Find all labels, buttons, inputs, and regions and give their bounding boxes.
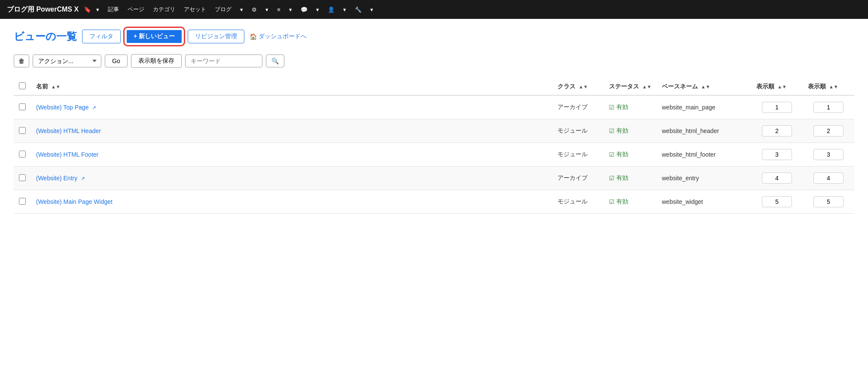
nav-assets[interactable]: アセット [180, 4, 210, 15]
data-table: 名前 ▲▼ クラス ▲▼ ステータス ▲▼ ベースネーム ▲▼ 表示順 ▲▼ 表… [14, 78, 854, 214]
row-name-link[interactable]: (Website) HTML Header [36, 127, 101, 134]
revision-button[interactable]: リビジョン管理 [188, 30, 244, 43]
status-sort-arrows[interactable]: ▲▼ [642, 84, 652, 89]
order2-input[interactable] [813, 196, 844, 207]
status-badge: 有効 [616, 198, 628, 206]
external-link-icon[interactable]: ↗ [90, 105, 96, 111]
nav-categories[interactable]: カテゴリ [149, 4, 179, 15]
table-row: (Website) Main Page Widgetモジュール☑有効websit… [14, 190, 854, 214]
status-badge: 有効 [616, 127, 628, 135]
header-basename: ベースネーム ▲▼ [657, 78, 751, 95]
row-basename: website_main_page [657, 95, 751, 119]
nav-chat-dropdown[interactable]: ▾ [313, 5, 323, 15]
status-check-icon: ☑ [609, 104, 615, 111]
page-title: ビューの一覧 [14, 30, 77, 43]
nav-settings-icon[interactable]: ⚙ [248, 5, 260, 15]
row-class: モジュール [552, 143, 604, 167]
row-status: ☑有効 [604, 167, 657, 190]
dashboard-label: ダッシュボードへ [259, 33, 307, 40]
row-basename: website_widget [657, 190, 751, 214]
row-checkbox[interactable] [19, 151, 26, 158]
header-name: 名前 ▲▼ [31, 78, 552, 95]
toolbar: 🗑 アクション... Go 表示順を保存 🔍 [14, 54, 854, 68]
header-order2: 表示順 ▲▼ [803, 78, 854, 95]
row-name-link[interactable]: (Website) Main Page Widget [36, 198, 113, 205]
search-input[interactable] [185, 55, 262, 67]
order2-input[interactable] [813, 149, 844, 160]
order2-input[interactable] [813, 125, 844, 136]
page-header: ビューの一覧 フィルタ + 新しいビュー リビジョン管理 🏠 ダッシュボードへ [14, 29, 854, 44]
row-status: ☑有効 [604, 119, 657, 143]
order2-input[interactable] [813, 102, 844, 113]
table-row: (Website) HTML Footerモジュール☑有効website_htm… [14, 143, 854, 167]
table-row: (Website) Entry ↗アーカイブ☑有効website_entry [14, 167, 854, 190]
row-checkbox[interactable] [19, 127, 26, 134]
name-sort-arrows[interactable]: ▲▼ [51, 84, 61, 89]
order1-input[interactable] [762, 196, 792, 207]
row-checkbox[interactable] [19, 103, 26, 110]
table-row: (Website) HTML Headerモジュール☑有効website_htm… [14, 119, 854, 143]
nav-stack-icon[interactable]: ≡ [274, 5, 284, 15]
row-name-link[interactable]: (Website) Entry [36, 175, 77, 182]
search-button[interactable]: 🔍 [266, 55, 284, 67]
status-check-icon: ☑ [609, 127, 615, 134]
row-checkbox[interactable] [19, 174, 26, 181]
select-all-checkbox[interactable] [19, 82, 26, 89]
nav-wrench-icon[interactable]: 🔧 [351, 5, 365, 15]
nav-articles[interactable]: 記事 [104, 4, 122, 15]
header-order1: 表示順 ▲▼ [751, 78, 803, 95]
row-class: アーカイブ [552, 95, 604, 119]
row-basename: website_entry [657, 167, 751, 190]
nav-blog-dropdown[interactable]: ▾ [237, 5, 247, 15]
row-status: ☑有効 [604, 95, 657, 119]
order1-input[interactable] [762, 173, 792, 184]
order1-input[interactable] [762, 149, 792, 160]
go-button[interactable]: Go [105, 55, 128, 67]
bookmark-icon: 🔖 [84, 6, 91, 13]
nav-user-icon[interactable]: 👤 [324, 5, 338, 15]
nav-chat-icon[interactable]: 💬 [297, 5, 311, 15]
new-view-button[interactable]: + 新しいビュー [126, 29, 183, 44]
row-status: ☑有効 [604, 143, 657, 167]
filter-button[interactable]: フィルタ [82, 30, 121, 43]
dashboard-button[interactable]: 🏠 ダッシュボードへ [250, 33, 307, 40]
topbar: ブログ用 PowerCMS X 🔖 ▾ 記事 ページ カテゴリ アセット ブログ… [0, 0, 868, 19]
brand-title: ブログ用 PowerCMS X [7, 5, 79, 14]
order1-input[interactable] [762, 102, 792, 113]
basename-sort-arrows[interactable]: ▲▼ [701, 84, 710, 89]
nav-stack-dropdown[interactable]: ▾ [286, 5, 295, 15]
header-status: ステータス ▲▼ [604, 78, 657, 95]
nav-bookmark-dropdown[interactable]: ▾ [93, 5, 103, 15]
status-badge: 有効 [616, 151, 628, 158]
save-order-button[interactable]: 表示順を保存 [131, 54, 182, 68]
order1-input[interactable] [762, 125, 792, 136]
action-select[interactable]: アクション... [33, 55, 101, 67]
row-class: モジュール [552, 119, 604, 143]
nav-user-dropdown[interactable]: ▾ [340, 5, 350, 15]
table-row: (Website) Top Page ↗アーカイブ☑有効website_main… [14, 95, 854, 119]
row-basename: website_html_header [657, 119, 751, 143]
row-status: ☑有効 [604, 190, 657, 214]
main-content: ビューの一覧 フィルタ + 新しいビュー リビジョン管理 🏠 ダッシュボードへ … [0, 19, 868, 224]
search-icon: 🔍 [271, 58, 279, 64]
row-checkbox[interactable] [19, 198, 26, 205]
order2-sort-arrows[interactable]: ▲▼ [829, 84, 838, 89]
status-check-icon: ☑ [609, 175, 615, 182]
order2-input[interactable] [813, 173, 844, 184]
order1-sort-arrows[interactable]: ▲▼ [777, 84, 787, 89]
nav-pages[interactable]: ページ [124, 4, 148, 15]
row-name-link[interactable]: (Website) HTML Footer [36, 151, 98, 158]
status-check-icon: ☑ [609, 151, 615, 158]
external-link-icon[interactable]: ↗ [79, 176, 85, 182]
header-checkbox-col [14, 78, 31, 95]
class-sort-arrows[interactable]: ▲▼ [579, 84, 588, 89]
nav-blog[interactable]: ブログ [211, 4, 235, 15]
status-badge: 有効 [616, 103, 628, 111]
delete-button[interactable]: 🗑 [14, 55, 29, 67]
row-class: モジュール [552, 190, 604, 214]
header-class: クラス ▲▼ [552, 78, 604, 95]
status-badge: 有効 [616, 174, 628, 182]
nav-wrench-dropdown[interactable]: ▾ [367, 5, 377, 15]
nav-settings-dropdown[interactable]: ▾ [262, 5, 272, 15]
row-name-link[interactable]: (Website) Top Page [36, 104, 88, 111]
